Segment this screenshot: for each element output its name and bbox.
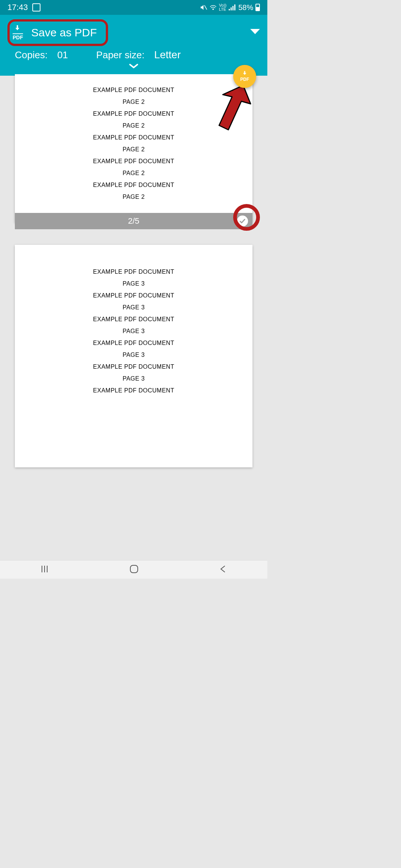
status-left: 17:43 — [7, 3, 40, 12]
svg-point-1 — [213, 9, 213, 10]
svg-rect-3 — [231, 7, 232, 10]
page-line: PAGE 2 — [15, 146, 252, 153]
page-line: PAGE 3 — [15, 280, 252, 287]
paper-size-label: Paper size: — [96, 49, 144, 61]
mute-icon — [200, 4, 207, 11]
svg-rect-4 — [232, 6, 234, 10]
fab-text: PDF — [240, 77, 249, 82]
signal-icon — [229, 4, 236, 10]
network-label: Vo))LTE — [219, 3, 226, 11]
home-button[interactable] — [129, 564, 139, 576]
pdf-download-icon: PDF — [13, 25, 23, 40]
doc-line: EXAMPLE PDF DOCUMENT — [15, 87, 252, 93]
doc-line: EXAMPLE PDF DOCUMENT — [15, 111, 252, 117]
doc-line: EXAMPLE PDF DOCUMENT — [15, 387, 252, 394]
page-line: PAGE 2 — [15, 122, 252, 129]
recents-button[interactable] — [40, 564, 49, 575]
page-counter: 2/5 — [128, 216, 140, 226]
copies-value[interactable]: 01 — [57, 49, 68, 61]
picture-icon — [32, 3, 40, 11]
battery-pct: 58% — [238, 3, 253, 12]
page-selected-check-icon[interactable] — [237, 216, 248, 227]
clock: 17:43 — [7, 3, 28, 12]
page-line: PAGE 2 — [15, 194, 252, 200]
preview-area[interactable]: EXAMPLE PDF DOCUMENT PAGE 2 EXAMPLE PDF … — [0, 74, 267, 560]
preview-page-2[interactable]: EXAMPLE PDF DOCUMENT PAGE 2 EXAMPLE PDF … — [15, 74, 252, 223]
status-bar: 17:43 Vo))LTE 58% — [0, 0, 267, 15]
android-nav-bar — [0, 560, 267, 579]
expand-options-button[interactable] — [0, 62, 267, 72]
page-body: EXAMPLE PDF DOCUMENT PAGE 3 EXAMPLE PDF … — [15, 245, 252, 407]
download-icon — [241, 71, 248, 77]
doc-line: EXAMPLE PDF DOCUMENT — [15, 158, 252, 165]
svg-rect-2 — [229, 9, 230, 10]
doc-line: EXAMPLE PDF DOCUMENT — [15, 134, 252, 141]
doc-line: EXAMPLE PDF DOCUMENT — [15, 292, 252, 299]
status-right: Vo))LTE 58% — [200, 3, 260, 12]
doc-line: EXAMPLE PDF DOCUMENT — [15, 364, 252, 370]
paper-size-value[interactable]: Letter — [154, 49, 181, 61]
page-line: PAGE 3 — [15, 304, 252, 311]
page-body: EXAMPLE PDF DOCUMENT PAGE 2 EXAMPLE PDF … — [15, 74, 252, 213]
doc-line: EXAMPLE PDF DOCUMENT — [15, 269, 252, 275]
preview-page-3[interactable]: EXAMPLE PDF DOCUMENT PAGE 3 EXAMPLE PDF … — [15, 245, 252, 467]
save-pdf-fab[interactable]: PDF — [233, 65, 256, 88]
svg-rect-5 — [234, 4, 235, 10]
doc-line: EXAMPLE PDF DOCUMENT — [15, 182, 252, 188]
back-button[interactable] — [219, 565, 228, 575]
svg-rect-11 — [130, 565, 138, 573]
save-as-pdf-button[interactable]: PDF Save as PDF — [7, 19, 108, 46]
printer-dropdown-icon[interactable] — [250, 29, 260, 36]
doc-line: EXAMPLE PDF DOCUMENT — [15, 316, 252, 323]
page-line: PAGE 3 — [15, 328, 252, 335]
copies-label: Copies: — [15, 49, 48, 61]
print-header: PDF Save as PDF Copies: 01 Paper size: L… — [0, 15, 267, 76]
doc-line: EXAMPLE PDF DOCUMENT — [15, 340, 252, 346]
save-as-pdf-label: Save as PDF — [31, 26, 97, 39]
page-line: PAGE 2 — [15, 99, 252, 105]
wifi-icon — [209, 4, 217, 10]
page-line: PAGE 3 — [15, 352, 252, 358]
page-line: PAGE 2 — [15, 170, 252, 177]
page-footer: 2/5 — [15, 213, 252, 229]
battery-icon — [255, 4, 260, 11]
page-line: PAGE 3 — [15, 375, 252, 382]
print-options-row: Copies: 01 Paper size: Letter — [0, 47, 267, 62]
svg-marker-6 — [250, 29, 260, 34]
